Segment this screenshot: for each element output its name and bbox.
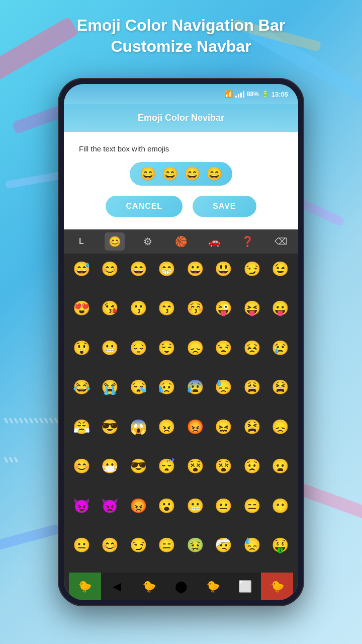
emoji-cell[interactable]: 😑: [238, 493, 266, 519]
app-header: Emoji Color Nevibar: [64, 104, 298, 132]
emoji-slot-3[interactable]: 😄: [184, 166, 200, 182]
emoji-cell[interactable]: 😀: [182, 256, 209, 282]
emoji-cell[interactable]: 😵: [182, 453, 209, 479]
nav-recent-button[interactable]: ⬜: [229, 573, 261, 600]
page-title: Emoji Color Navigation Bar Customize Nav…: [0, 15, 362, 57]
emoji-cell[interactable]: 😄: [125, 256, 152, 282]
emoji-cell[interactable]: 😢: [267, 335, 295, 361]
emoji-cell[interactable]: 😍: [68, 295, 96, 321]
emoji-cell[interactable]: 😥: [153, 374, 181, 400]
emoji-cell[interactable]: 😉: [267, 256, 295, 282]
emoji-cell[interactable]: 😙: [153, 295, 181, 321]
app-title: Emoji Color Nevibar: [138, 113, 224, 123]
emoji-cell[interactable]: 🤕: [210, 532, 238, 558]
emoji-cell[interactable]: 😗: [125, 295, 152, 321]
nav-bar: 🐤 ◀ 🐤 ⬤ 🐤 ⬜ 🐤: [64, 573, 298, 600]
battery-icon: 🔋: [261, 91, 269, 98]
emoji-cell[interactable]: 😩: [238, 374, 266, 400]
emoji-cell[interactable]: 😷: [97, 453, 124, 479]
emoji-cell[interactable]: 😃: [210, 256, 238, 282]
keyboard-tab-letter[interactable]: L: [71, 232, 92, 251]
keyboard-topbar: L 😊 ⚙ 🏀 🚗 ❓ ⌫: [64, 229, 298, 254]
emoji-cell[interactable]: 😈: [68, 493, 96, 519]
cancel-button[interactable]: CANCEL: [106, 196, 183, 217]
emoji-cell[interactable]: 😂: [68, 374, 96, 400]
emoji-cell[interactable]: 😏: [125, 532, 152, 558]
emoji-cell[interactable]: 😱: [125, 414, 152, 440]
emoji-cell[interactable]: 😶: [267, 493, 295, 519]
nav-segment-back[interactable]: ◀: [101, 573, 133, 600]
emoji-cell[interactable]: 😫: [238, 414, 266, 440]
nav-segment-5[interactable]: 🐤: [197, 573, 229, 600]
emoji-cell[interactable]: 😑: [153, 532, 181, 558]
nav-segment-1[interactable]: 🐤: [69, 573, 101, 600]
nav-segment-3[interactable]: 🐤: [133, 573, 165, 600]
emoji-cell[interactable]: 😠: [153, 414, 181, 440]
emoji-cell[interactable]: 😖: [210, 414, 238, 440]
emoji-cell[interactable]: 😮: [153, 493, 181, 519]
emoji-cell[interactable]: 😲: [68, 335, 96, 361]
keyboard-area: L 😊 ⚙ 🏀 🚗 ❓ ⌫ 😅 😊 😄 😁 😀 😃 😏: [64, 229, 298, 600]
emoji-cell[interactable]: 😟: [238, 453, 266, 479]
keyboard-tab-sports[interactable]: 🏀: [171, 232, 191, 251]
emoji-cell[interactable]: 😔: [125, 335, 152, 361]
emoji-cell[interactable]: 😅: [68, 256, 96, 282]
emoji-input-box[interactable]: 😄 😄 😄 😄: [130, 162, 232, 186]
emoji-cell[interactable]: 😊: [97, 256, 124, 282]
save-button[interactable]: SAVE: [193, 196, 256, 217]
clock: 13:05: [272, 91, 288, 98]
emoji-cell[interactable]: 🤑: [267, 532, 295, 558]
battery-indicator: 88%: [247, 91, 259, 98]
emoji-cell[interactable]: 😡: [182, 414, 209, 440]
emoji-cell[interactable]: 😛: [267, 295, 295, 321]
dialog-buttons: CANCEL SAVE: [79, 196, 283, 217]
emoji-cell[interactable]: 😦: [267, 453, 295, 479]
phone-screen: 📶 88% 🔋 13:05 Emoji Color Nevibar: [64, 84, 298, 600]
emoji-slot-1[interactable]: 😄: [140, 166, 156, 182]
keyboard-tab-settings[interactable]: ⚙: [138, 232, 158, 251]
emoji-cell[interactable]: 😬: [182, 493, 209, 519]
emoji-cell[interactable]: 😚: [182, 295, 209, 321]
emoji-cell[interactable]: 😁: [153, 256, 181, 282]
emoji-input-row[interactable]: 😄 😄 😄 😄: [79, 162, 283, 186]
emoji-cell[interactable]: 😎: [97, 414, 124, 440]
emoji-cell[interactable]: 😬: [97, 335, 124, 361]
emoji-cell[interactable]: 😣: [238, 335, 266, 361]
emoji-cell[interactable]: 😪: [125, 374, 152, 400]
emoji-cell[interactable]: 🤢: [182, 532, 209, 558]
emoji-cell[interactable]: 😫: [267, 374, 295, 400]
nav-segment-7[interactable]: 🐤: [261, 573, 293, 600]
emoji-cell[interactable]: 😵: [210, 453, 238, 479]
emoji-grid: 😅 😊 😄 😁 😀 😃 😏 😉 😍 😘 😗 😙 😚 😜 😝 😛: [64, 254, 298, 573]
emoji-cell[interactable]: 😓: [238, 532, 266, 558]
emoji-slot-2[interactable]: 😄: [162, 166, 178, 182]
emoji-cell[interactable]: 😴: [153, 453, 181, 479]
emoji-cell[interactable]: 😒: [210, 335, 238, 361]
emoji-cell[interactable]: 😎: [125, 453, 152, 479]
emoji-cell[interactable]: 😡: [125, 493, 152, 519]
emoji-cell[interactable]: 😘: [97, 295, 124, 321]
keyboard-tab-misc[interactable]: ❓: [237, 232, 257, 251]
emoji-cell[interactable]: 😤: [68, 414, 96, 440]
emoji-cell[interactable]: 😐: [68, 532, 96, 558]
emoji-cell[interactable]: 😜: [210, 295, 238, 321]
emoji-cell[interactable]: 😭: [97, 374, 124, 400]
dialog-prompt: Fill the text box with emojis: [79, 144, 283, 153]
nav-home-button[interactable]: ⬤: [165, 573, 197, 600]
keyboard-tab-transport[interactable]: 🚗: [204, 232, 224, 251]
keyboard-backspace[interactable]: ⌫: [270, 232, 291, 251]
emoji-cell[interactable]: 😏: [238, 256, 266, 282]
emoji-cell[interactable]: 👿: [97, 493, 124, 519]
keyboard-tab-smiley[interactable]: 😊: [105, 232, 125, 251]
emoji-cell[interactable]: 😰: [182, 374, 209, 400]
emoji-cell[interactable]: 😐: [210, 493, 238, 519]
emoji-cell[interactable]: 😝: [238, 295, 266, 321]
emoji-cell[interactable]: 😊: [68, 453, 96, 479]
emoji-slot-4[interactable]: 😄: [206, 166, 222, 182]
emoji-cell[interactable]: 😊: [97, 532, 124, 558]
emoji-cell[interactable]: 😞: [182, 335, 209, 361]
emoji-cell[interactable]: 😞: [267, 414, 295, 440]
emoji-cell[interactable]: 😌: [153, 335, 181, 361]
emoji-cell[interactable]: 😓: [210, 374, 238, 400]
phone-frame: 📶 88% 🔋 13:05 Emoji Color Nevibar: [58, 78, 304, 606]
